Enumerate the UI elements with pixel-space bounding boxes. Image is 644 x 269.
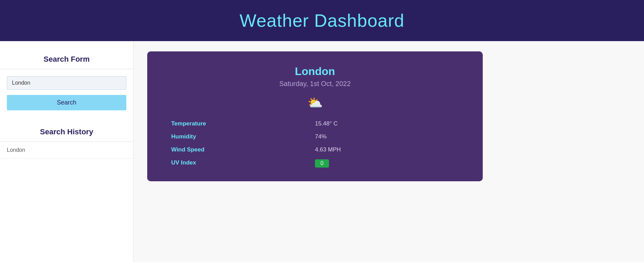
wind-speed-label: Wind Speed — [171, 146, 315, 153]
weather-card: London Saturday, 1st Oct, 2022 ⛅ Tempera… — [147, 51, 483, 181]
search-input[interactable] — [7, 76, 126, 90]
sidebar: Search Form Search Search History London — [0, 41, 134, 262]
search-form-section: Search Form Search — [0, 48, 133, 110]
humidity-label: Humidity — [171, 133, 315, 140]
search-form-title: Search Form — [0, 48, 133, 69]
search-history-section: Search History London — [0, 121, 133, 159]
app-title: Weather Dashboard — [7, 10, 637, 31]
uv-index-badge: 0 — [315, 159, 329, 168]
wind-speed-value: 4.63 MPH — [315, 146, 459, 153]
search-history-title: Search History — [0, 121, 133, 142]
history-item[interactable]: London — [0, 142, 133, 159]
main-content: London Saturday, 1st Oct, 2022 ⛅ Tempera… — [134, 41, 644, 262]
search-form-divider — [0, 69, 133, 69]
weather-icon-wrapper: ⛅ — [164, 95, 466, 110]
search-button[interactable]: Search — [7, 95, 126, 110]
temperature-label: Temperature — [171, 120, 315, 127]
main-layout: Search Form Search Search History London… — [0, 41, 644, 262]
weather-date: Saturday, 1st Oct, 2022 — [164, 80, 466, 88]
app-header: Weather Dashboard — [0, 0, 644, 41]
uv-index-value: 0 — [315, 159, 459, 168]
temperature-value: 15.48° C — [315, 120, 459, 127]
weather-icon: ⛅ — [307, 96, 323, 110]
weather-city: London — [164, 65, 466, 78]
uv-index-label: UV Index — [171, 159, 315, 168]
humidity-value: 74% — [315, 133, 459, 140]
search-input-wrapper — [0, 76, 133, 95]
weather-details: Temperature 15.48° C Humidity 74% Wind S… — [164, 120, 466, 168]
